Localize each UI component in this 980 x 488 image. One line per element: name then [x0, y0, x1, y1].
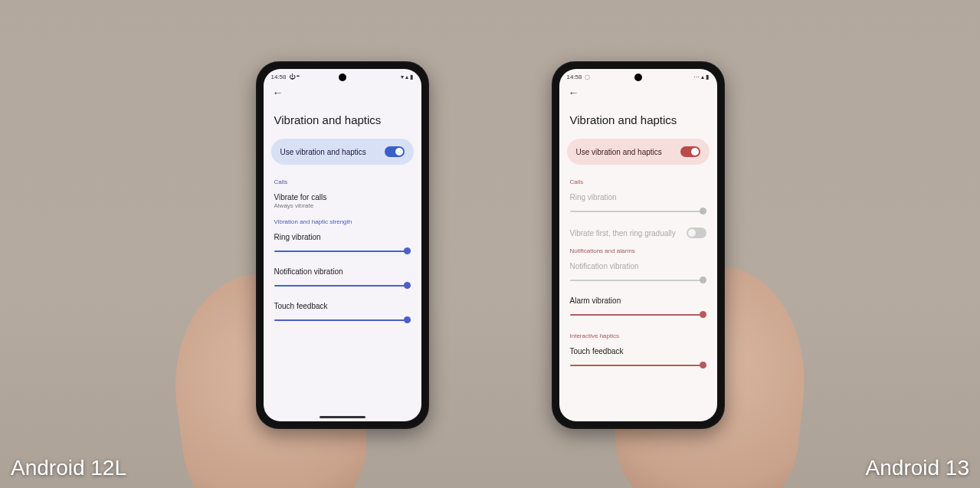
master-toggle[interactable]: Use vibration and haptics: [271, 139, 414, 165]
ring-vibration-slider[interactable]: [274, 247, 411, 255]
page-title: Vibration and haptics: [559, 103, 717, 139]
camera-punch-hole: [339, 74, 346, 81]
touch-feedback-label: Touch feedback: [264, 297, 421, 313]
camera-punch-hole: [634, 74, 642, 81]
notification-vibration-label: Notification vibration: [264, 263, 421, 279]
vibrate-first-row[interactable]: Vibrate first, then ring gradually: [559, 223, 717, 241]
status-left-icons: ◌: [585, 74, 590, 80]
section-header-calls: Calls: [264, 172, 421, 188]
screen-right: 14:58 ◌ ⋯ ▴ ▮ ← Vibration and haptics Us…: [559, 69, 717, 421]
master-toggle-label: Use vibration and haptics: [280, 148, 366, 156]
master-toggle-label: Use vibration and haptics: [576, 148, 662, 156]
toggle-switch-icon[interactable]: [385, 146, 405, 157]
back-icon[interactable]: ←: [569, 87, 579, 99]
notification-vibration-slider[interactable]: [274, 282, 411, 290]
ring-vibration-label: Ring vibration: [264, 228, 421, 244]
caption-right: Android 13: [866, 456, 969, 480]
touch-feedback-label: Touch feedback: [559, 342, 717, 359]
ring-vibration-slider[interactable]: [570, 208, 706, 215]
phone-right: 14:58 ◌ ⋯ ▴ ▮ ← Vibration and haptics Us…: [552, 61, 725, 429]
section-header-notifications: Notifications and alarms: [559, 241, 717, 257]
phone-left: 14:58 ⏻ ☁ ▾ ▴ ▮ ← Vibration and haptics …: [256, 61, 429, 429]
back-icon[interactable]: ←: [273, 87, 284, 99]
touch-feedback-slider[interactable]: [274, 316, 411, 324]
touch-feedback-slider[interactable]: [570, 362, 706, 369]
status-right-icons: ⋯ ▴ ▮: [693, 74, 709, 80]
gesture-nav-pill[interactable]: [320, 416, 365, 418]
caption-left: Android 12L: [11, 456, 126, 480]
vibrate-for-calls-row[interactable]: Vibrate for calls Always vibrate: [264, 188, 421, 212]
screen-left: 14:58 ⏻ ☁ ▾ ▴ ▮ ← Vibration and haptics …: [264, 69, 421, 421]
vibrate-first-label: Vibrate first, then ring gradually: [570, 229, 676, 237]
back-row: ←: [264, 83, 421, 103]
alarm-vibration-label: Alarm vibration: [559, 292, 717, 308]
ring-vibration-label: Ring vibration: [559, 188, 717, 205]
section-header-strength: Vibration and haptic strength: [264, 212, 421, 228]
section-header-haptics: Interactive haptics: [559, 326, 717, 342]
status-time: 14:58: [271, 74, 287, 80]
alarm-vibration-slider[interactable]: [570, 311, 706, 319]
vibrate-for-calls-sub: Always vibrate: [274, 202, 411, 209]
scene: 14:58 ⏻ ☁ ▾ ▴ ▮ ← Vibration and haptics …: [0, 0, 980, 488]
page-title: Vibration and haptics: [264, 103, 421, 139]
status-right-icons: ▾ ▴ ▮: [401, 74, 413, 80]
section-header-calls: Calls: [559, 172, 717, 188]
toggle-switch-icon[interactable]: [687, 228, 706, 238]
status-time: 14:58: [567, 74, 582, 80]
back-row: ←: [559, 83, 717, 103]
master-toggle[interactable]: Use vibration and haptics: [567, 139, 710, 165]
vibrate-for-calls-title: Vibrate for calls: [274, 193, 411, 201]
toggle-switch-icon[interactable]: [680, 146, 700, 157]
notification-vibration-slider[interactable]: [570, 277, 706, 284]
notification-vibration-label: Notification vibration: [559, 257, 717, 273]
status-left-icons: ⏻ ☁: [289, 74, 300, 80]
